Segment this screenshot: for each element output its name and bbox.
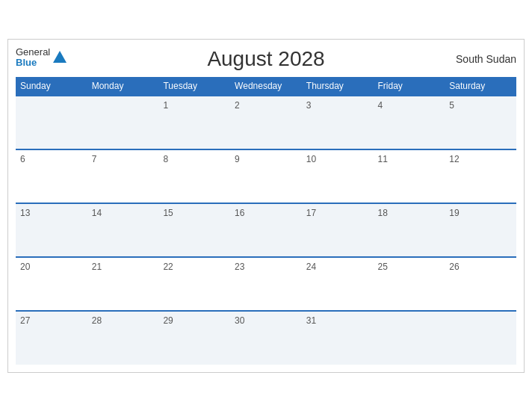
calendar-day-cell: 29	[158, 311, 230, 365]
weekday-header-row: Sunday Monday Tuesday Wednesday Thursday…	[16, 77, 516, 96]
day-number: 8	[163, 154, 168, 164]
calendar-week-row: 6789101112	[16, 149, 516, 203]
calendar-day-cell: 15	[158, 203, 230, 257]
day-number: 14	[92, 208, 102, 218]
calendar-day-cell: 27	[16, 311, 87, 365]
day-number: 10	[306, 154, 316, 164]
calendar-day-cell: 8	[158, 149, 230, 203]
day-number: 15	[163, 208, 173, 218]
calendar-body: 1234567891011121314151617181920212223242…	[16, 96, 516, 365]
day-number: 21	[92, 262, 102, 272]
calendar-day-cell	[87, 96, 159, 149]
day-number: 30	[235, 315, 244, 326]
day-number: 2	[235, 100, 240, 111]
brand-blue: Blue	[16, 58, 50, 68]
day-number: 18	[378, 208, 388, 218]
day-number: 25	[378, 262, 388, 272]
calendar-day-cell: 24	[302, 257, 374, 311]
calendar-container: General Blue August 2028 South Sudan Sun…	[7, 39, 525, 373]
day-number: 17	[306, 208, 316, 218]
calendar-week-row: 20212223242526	[16, 257, 516, 311]
calendar-day-cell: 19	[445, 203, 516, 257]
calendar-day-cell: 1	[158, 96, 230, 149]
day-number: 5	[449, 100, 454, 111]
calendar-day-cell: 2	[230, 96, 302, 149]
day-number: 23	[235, 262, 244, 272]
day-number: 28	[92, 315, 102, 326]
calendar-week-row: 2728293031	[16, 311, 516, 365]
day-number: 9	[235, 154, 240, 164]
calendar-day-cell: 12	[445, 149, 516, 203]
brand-general: General	[16, 47, 50, 58]
col-saturday: Saturday	[445, 77, 516, 96]
calendar-day-cell: 17	[302, 203, 374, 257]
calendar-day-cell	[374, 311, 445, 365]
svg-marker-0	[53, 51, 66, 63]
calendar-day-cell: 13	[16, 203, 87, 257]
calendar-day-cell: 10	[302, 149, 374, 203]
col-tuesday: Tuesday	[158, 77, 230, 96]
day-number: 24	[306, 262, 316, 272]
day-number: 27	[20, 315, 30, 326]
day-number: 12	[449, 154, 459, 164]
calendar-day-cell: 22	[158, 257, 230, 311]
calendar-day-cell: 28	[87, 311, 159, 365]
calendar-week-row: 12345	[16, 96, 516, 149]
day-number: 7	[92, 154, 97, 164]
day-number: 1	[163, 100, 168, 111]
day-number: 31	[306, 315, 316, 326]
day-number: 29	[163, 315, 173, 326]
calendar-day-cell: 26	[445, 257, 516, 311]
calendar-day-cell	[16, 96, 87, 149]
col-wednesday: Wednesday	[230, 77, 302, 96]
brand-text: General Blue	[16, 47, 50, 69]
calendar-day-cell: 18	[374, 203, 445, 257]
calendar-day-cell: 11	[374, 149, 445, 203]
calendar-day-cell: 21	[87, 257, 159, 311]
calendar-day-cell	[445, 311, 516, 365]
calendar-day-cell: 3	[302, 96, 374, 149]
col-friday: Friday	[374, 77, 445, 96]
brand-icon	[52, 49, 68, 66]
calendar-day-cell: 23	[230, 257, 302, 311]
calendar-day-cell: 25	[374, 257, 445, 311]
day-number: 13	[20, 208, 30, 218]
calendar-day-cell: 6	[16, 149, 87, 203]
calendar-day-cell: 30	[230, 311, 302, 365]
day-number: 19	[449, 208, 459, 218]
col-sunday: Sunday	[16, 77, 87, 96]
day-number: 11	[378, 154, 388, 164]
day-number: 4	[378, 100, 383, 111]
day-number: 16	[235, 208, 244, 218]
day-number: 22	[163, 262, 173, 272]
calendar-header: General Blue August 2028 South Sudan	[16, 47, 516, 71]
calendar-table: Sunday Monday Tuesday Wednesday Thursday…	[16, 77, 516, 365]
calendar-day-cell: 5	[445, 96, 516, 149]
day-number: 26	[449, 262, 459, 272]
country-label: South Sudan	[456, 53, 516, 65]
calendar-week-row: 13141516171819	[16, 203, 516, 257]
day-number: 6	[20, 154, 25, 164]
brand-logo-area: General Blue	[16, 47, 68, 69]
calendar-day-cell: 14	[87, 203, 159, 257]
calendar-day-cell: 16	[230, 203, 302, 257]
day-number: 3	[306, 100, 312, 111]
day-number: 20	[20, 262, 30, 272]
calendar-day-cell: 4	[374, 96, 445, 149]
calendar-day-cell: 9	[230, 149, 302, 203]
col-thursday: Thursday	[302, 77, 374, 96]
calendar-day-cell: 7	[87, 149, 159, 203]
calendar-title: August 2028	[16, 47, 516, 71]
calendar-day-cell: 20	[16, 257, 87, 311]
col-monday: Monday	[87, 77, 159, 96]
calendar-day-cell: 31	[302, 311, 374, 365]
calendar-thead: Sunday Monday Tuesday Wednesday Thursday…	[16, 77, 516, 96]
